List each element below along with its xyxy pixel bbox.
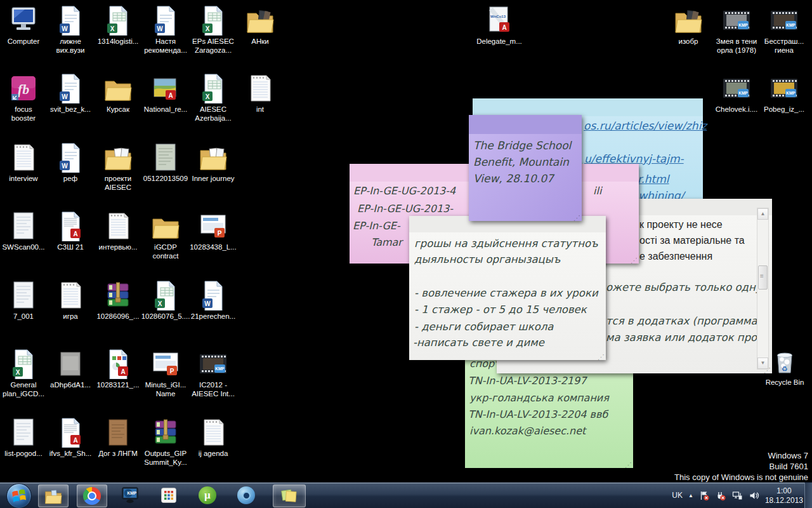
rar-icon bbox=[150, 417, 181, 448]
excel-icon: X bbox=[8, 349, 39, 379]
start-button[interactable] bbox=[6, 483, 32, 508]
svg-text:A: A bbox=[121, 368, 125, 375]
note-text: - 1 стажер - от 5 до 15 человек bbox=[414, 304, 587, 316]
notepad-icon bbox=[103, 211, 133, 241]
desktop-icon-ij-agenda[interactable]: ij agenda bbox=[185, 417, 242, 458]
folder-photo-icon bbox=[245, 5, 275, 36]
folder-icon bbox=[103, 73, 133, 104]
note-text: к проекту не несе bbox=[639, 219, 723, 231]
note-text: ili bbox=[593, 185, 601, 197]
svg-text:WnCo13: WnCo13 bbox=[490, 15, 506, 18]
note-text: ма заявка или додаток про bbox=[606, 331, 757, 344]
icon-label: Delegate_m... bbox=[471, 37, 528, 46]
system-tray: UK ▲ 1:00 18.12.2013 bbox=[672, 483, 803, 508]
sticky-notes-button[interactable] bbox=[273, 485, 306, 507]
desktop-icon-10283438-l[interactable]: P10283438_L... bbox=[185, 211, 242, 251]
windows-explorer-button[interactable] bbox=[38, 485, 69, 507]
clock-time: 1:00 bbox=[765, 486, 803, 496]
desktop-icon-besstrash-giena[interactable]: KMPБесстраш...гиена bbox=[756, 5, 812, 55]
folder-docs-icon bbox=[103, 142, 133, 173]
note-drag-bar[interactable] bbox=[473, 98, 703, 116]
show-desktop-button[interactable] bbox=[804, 483, 812, 508]
image-icon bbox=[8, 417, 39, 448]
note-text: ості за матеріальне та bbox=[639, 235, 745, 246]
folder-icon bbox=[150, 211, 181, 241]
volume-icon[interactable] bbox=[749, 490, 759, 501]
excel-icon: X bbox=[198, 5, 228, 36]
excel-icon: X bbox=[150, 280, 181, 311]
video-icon: KMP bbox=[721, 5, 752, 36]
scroll-thumb[interactable] bbox=[758, 265, 768, 290]
svg-text:P: P bbox=[218, 230, 222, 237]
word-icon: W bbox=[55, 142, 86, 173]
resize-grip[interactable]: ⋰ bbox=[764, 367, 771, 373]
pdf-doc-icon: A bbox=[103, 349, 133, 379]
note-link[interactable]: os.ru/articles/view/zhiz bbox=[584, 119, 707, 132]
desktop-icon-inner-journey[interactable]: Inner journey bbox=[185, 142, 242, 183]
note-scrollbar[interactable]: ▲ ▼ bbox=[757, 208, 769, 370]
power-plug-error-icon[interactable] bbox=[716, 490, 726, 501]
resize-grip[interactable]: ⋰ bbox=[573, 215, 580, 221]
svg-text:KMP: KMP bbox=[738, 23, 748, 27]
excel-icon: X bbox=[198, 73, 228, 104]
note-text: - вовлечение стажера в их уроки bbox=[414, 287, 598, 299]
notepad-icon bbox=[8, 142, 39, 173]
desktop-icon-delegate-m[interactable]: WnCo13ADelegate_m... bbox=[471, 5, 528, 46]
icon-label: int bbox=[232, 105, 289, 114]
hidden-icons-arrow[interactable]: ▲ bbox=[688, 493, 693, 498]
icon-label: IC2012 -AIESEC Int... bbox=[185, 380, 242, 398]
svg-text:X: X bbox=[206, 93, 210, 100]
note-drag-bar[interactable] bbox=[469, 115, 582, 134]
svg-text:KMP: KMP bbox=[215, 366, 225, 371]
windows-genuine-watermark: Windows 7 Build 7601 This copy of Window… bbox=[674, 450, 808, 483]
taskbar-clock[interactable]: 1:00 18.12.2013 bbox=[765, 485, 803, 505]
office-grid-app-button[interactable] bbox=[154, 485, 183, 506]
note-link[interactable]: r.html bbox=[638, 173, 669, 185]
folder-photo-icon bbox=[673, 5, 704, 36]
image-pdf-icon: WnCo13A bbox=[484, 5, 514, 36]
video-icon: KMP bbox=[721, 73, 752, 104]
resize-grip[interactable]: ⋰ bbox=[631, 257, 638, 264]
note-text: грошы на здыйснення статутноъ bbox=[414, 237, 598, 250]
desktop: ComputerWлижневих.вузиX1314logisti...WНа… bbox=[0, 0, 812, 508]
word-icon: W bbox=[55, 5, 86, 36]
action-center-flag-icon[interactable] bbox=[699, 490, 710, 501]
svg-text:W: W bbox=[157, 25, 163, 32]
desktop-icon-int[interactable]: int bbox=[232, 73, 289, 114]
icon-label: 10283438_L... bbox=[185, 243, 242, 251]
resize-grip[interactable]: ⋰ bbox=[598, 354, 605, 360]
desktop-icon-pobeg-iz[interactable]: KMPPobeg_iz_... bbox=[756, 73, 812, 114]
svg-text:A: A bbox=[73, 231, 77, 237]
notepad-icon bbox=[245, 73, 275, 104]
sticky-note-white-center[interactable]: грошы на здыйснення статутноъ дыяльносты… bbox=[409, 216, 606, 360]
folder-docs-icon bbox=[198, 142, 228, 173]
network-icon[interactable] bbox=[732, 490, 743, 501]
note-text: EP-In-GE-UG-2013- bbox=[357, 203, 453, 215]
word-icon: W bbox=[198, 280, 228, 311]
desktop-icon-anki[interactable]: АНки bbox=[232, 5, 289, 46]
desktop-icon-21perechen[interactable]: W21perechen... bbox=[185, 280, 242, 321]
webcam-app-button[interactable] bbox=[232, 485, 261, 506]
icon-label: ij agenda bbox=[185, 449, 242, 458]
sticky-note-purple[interactable]: The Bridge School Benefit, Mountain View… bbox=[469, 115, 582, 221]
note-link[interactable]: u/effektivnyj-tajm- bbox=[584, 152, 684, 165]
svg-text:P: P bbox=[170, 368, 174, 375]
icon-label: Recycle Bin bbox=[756, 378, 812, 387]
desktop-icon-ic2012-aiesec-int[interactable]: KMPIC2012 -AIESEC Int... bbox=[185, 349, 242, 398]
resize-grip[interactable]: ⋰ bbox=[625, 462, 632, 468]
image-pdf-icon: A bbox=[150, 73, 181, 104]
note-text: TN-In-UA-LV-2013-2204 ввб bbox=[468, 408, 608, 420]
kmplayer-button[interactable]: KMP bbox=[115, 485, 145, 506]
image-icon bbox=[150, 142, 181, 173]
chrome-button[interactable] bbox=[77, 485, 107, 507]
ppt-icon: P bbox=[150, 349, 181, 379]
svg-text:X: X bbox=[16, 369, 20, 376]
scroll-up-button[interactable]: ▲ bbox=[757, 208, 768, 220]
svg-text:A: A bbox=[73, 437, 77, 444]
svg-text:A: A bbox=[502, 24, 506, 31]
recycle-icon: ♻ bbox=[769, 346, 800, 377]
taskbar: KMPµ UK ▲ 1:00 18.12.2013 bbox=[0, 482, 812, 508]
note-text: Benefit, Mountain bbox=[473, 156, 569, 168]
language-indicator[interactable]: UK bbox=[672, 491, 683, 500]
utorrent-button[interactable]: µ bbox=[193, 485, 222, 506]
